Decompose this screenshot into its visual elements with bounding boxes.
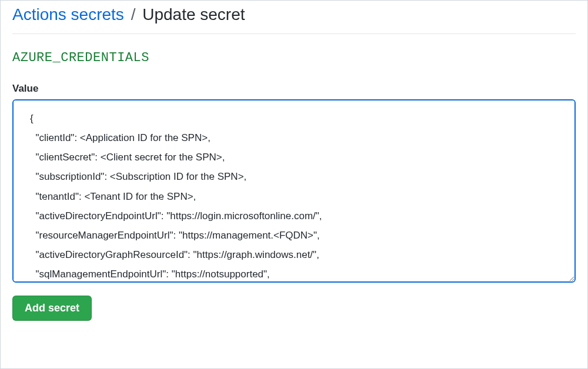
- breadcrumb-current: Update secret: [142, 5, 245, 24]
- breadcrumb: Actions secrets / Update secret: [12, 5, 576, 34]
- value-label: Value: [12, 83, 576, 95]
- secret-value-textarea[interactable]: [12, 99, 576, 283]
- secret-name-heading: AZURE_CREDENTIALS: [12, 51, 576, 65]
- breadcrumb-separator: /: [131, 5, 136, 24]
- textarea-wrapper: [12, 99, 576, 285]
- add-secret-button[interactable]: Add secret: [12, 296, 92, 321]
- breadcrumb-link-actions-secrets[interactable]: Actions secrets: [12, 5, 124, 24]
